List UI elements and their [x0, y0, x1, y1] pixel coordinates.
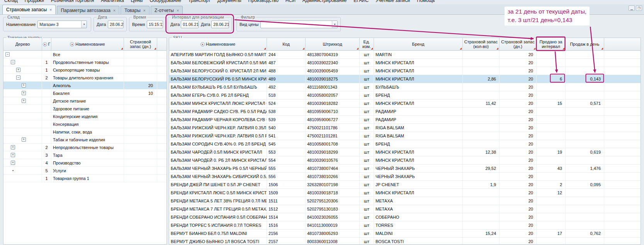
- sku-cell[interactable]: шт: [360, 148, 374, 156]
- tree-cell-expander[interactable]: +: [3, 66, 42, 74]
- tree-cell-number[interactable]: [42, 97, 51, 105]
- tree-cell-expander[interactable]: [3, 128, 42, 135]
- sku-cell[interactable]: 12: [537, 189, 566, 197]
- sku-cell[interactable]: 4810959006710: [306, 108, 360, 115]
- sku-cell[interactable]: 20: [500, 181, 537, 188]
- sku-cell[interactable]: шт: [360, 181, 374, 188]
- menu-item-2[interactable]: Розничная торговля: [48, 0, 97, 4]
- sku-cell[interactable]: [566, 189, 604, 197]
- tree-cell-days[interactable]: [124, 136, 157, 143]
- sku-row[interactable]: БАЛЬЗАМ БЕЛОВЕЖСКИЙ КРИСТАЛЛ 0.5Л МИНСК …: [169, 59, 641, 67]
- sku-cell[interactable]: шт: [360, 59, 374, 67]
- tree-cell-days[interactable]: [124, 105, 157, 112]
- tree-cell-days[interactable]: [124, 66, 157, 74]
- sku-cell[interactable]: 553: [267, 148, 306, 156]
- chevron-down-icon[interactable]: ▾: [81, 21, 87, 28]
- tree-cell-expander[interactable]: [3, 120, 42, 128]
- sku-cell[interactable]: 4810039010576: [306, 156, 360, 164]
- sku-cell[interactable]: 541: [267, 132, 306, 140]
- price-type-select[interactable]: ▾: [260, 21, 338, 28]
- sku-cell[interactable]: [463, 108, 500, 115]
- sku-cell[interactable]: шт: [360, 205, 374, 213]
- sku-cell[interactable]: 4810039018299: [306, 148, 360, 156]
- sku-cell[interactable]: [566, 156, 604, 164]
- sku-cell[interactable]: [566, 51, 604, 58]
- sku-cell[interactable]: [566, 197, 604, 205]
- tree-cell-name[interactable]: Непродовольственные товары: [51, 144, 124, 151]
- tree-cell-number[interactable]: 4: [42, 159, 51, 166]
- expand-icon[interactable]: +: [22, 137, 26, 142]
- sku-cell[interactable]: 4810058002057: [306, 91, 360, 99]
- tree-cell-name[interactable]: Алкоголь: [51, 82, 124, 89]
- sku-cell[interactable]: 19: [537, 148, 566, 156]
- restore-icon[interactable]: ❐: [636, 5, 642, 11]
- sku-cell[interactable]: БАЛЬЗАМ ЧАРОДЕЙ 0. РБ 2Л МИНСК КРИСТАЛЛ: [169, 156, 267, 164]
- sku-cell[interactable]: БАЛЬЗАМ ЧЕРНЫЙ ЗНАХАРЬ РБ 0.5Л ЧЕРНЫЙ ЗН…: [169, 164, 267, 172]
- sku-cell[interactable]: 538: [267, 108, 306, 115]
- sku-cell[interactable]: 0,143: [566, 75, 604, 83]
- sku-cell[interactable]: шт: [360, 75, 374, 83]
- sku-cell[interactable]: 20: [500, 205, 537, 213]
- column-header-tree[interactable]: Дерево: [3, 38, 42, 50]
- sku-cell[interactable]: [537, 83, 566, 91]
- tree-cell-name[interactable]: Продовольственные товары: [51, 58, 124, 66]
- sku-cell[interactable]: 2157: [267, 238, 306, 244]
- tree-row[interactable]: +1Скоропортящие товары: [3, 66, 167, 74]
- tree-row[interactable]: Консервация: [3, 120, 167, 128]
- sku-cell[interactable]: [463, 189, 500, 197]
- tree-cell-days[interactable]: 10: [124, 89, 157, 97]
- date-field[interactable]: 28.06.21 ▾: [108, 21, 124, 28]
- sku-cell[interactable]: [566, 116, 604, 123]
- tree-cell-number[interactable]: 3: [42, 151, 51, 159]
- sku-cell[interactable]: [537, 156, 566, 164]
- sku-cell[interactable]: [566, 140, 604, 148]
- menu-item-11[interactable]: ЕГАИС: [350, 0, 372, 4]
- sku-cell[interactable]: [463, 140, 500, 148]
- sku-row[interactable]: БРЕНДИ ДЖЕЙ ПИ ШЕНЕТ 0.5Л JP CHENET15063…: [169, 181, 641, 189]
- time-field[interactable]: 15:15:11 ▴ ▾: [147, 21, 163, 28]
- sku-row[interactable]: БРЕНДИ МЕТАКСА 7 ЛЕТ ГРЕЦИЯ 0.5Л МЕТАХА1…: [169, 205, 641, 213]
- sku-cell[interactable]: шт: [360, 91, 374, 99]
- sku-cell[interactable]: 8410023026055: [306, 213, 360, 221]
- column-header-name[interactable]: ▾ Наименование: [169, 38, 267, 50]
- sku-row[interactable]: БАЛЬЗАМ РИЖСКИЙ ЧЕРН.КЕР. ЛАТВИЯ 0.5Л RI…: [169, 132, 641, 140]
- sku-cell[interactable]: шт: [360, 156, 374, 164]
- sku-cell[interactable]: 1509: [267, 189, 306, 197]
- sku-cell[interactable]: МИНСК КРИСТАЛЛ: [374, 67, 463, 75]
- sku-cell[interactable]: 0,762: [566, 230, 604, 237]
- tree-cell-name[interactable]: Здоровое питание: [51, 105, 124, 112]
- sku-cell[interactable]: 0,619: [566, 148, 604, 156]
- sku-cell[interactable]: 4810738010266: [306, 173, 360, 180]
- store-select[interactable]: Магазин 3 ▾: [37, 21, 87, 28]
- sku-cell[interactable]: 489: [267, 75, 306, 83]
- sku-row[interactable]: БАЛЬЗАМ ЧАРОДЕЙ 0.5Л МИНСК КРИСТАЛЛ55348…: [169, 148, 641, 156]
- sku-cell[interactable]: 244: [267, 51, 306, 58]
- column-header-brand[interactable]: Бренд: [374, 38, 463, 50]
- sku-cell[interactable]: РАДАМИР: [374, 116, 463, 123]
- tree-cell-name[interactable]: Товарная группа 1: [51, 175, 124, 182]
- sku-cell[interactable]: шт: [360, 108, 374, 115]
- sku-cell[interactable]: шт: [360, 67, 374, 75]
- column-header-order[interactable]: ▾ Г: [42, 38, 51, 50]
- sku-cell[interactable]: [537, 132, 566, 140]
- sku-cell[interactable]: 554: [267, 156, 306, 164]
- tree-row[interactable]: +4Производство: [3, 159, 167, 167]
- sku-row[interactable]: АПЕРИТИВ МАРТИН ГОЛД БЬЯНКО 0.5Л MARTIN2…: [169, 51, 641, 59]
- tree-cell-name[interactable]: Все: [51, 51, 124, 58]
- sku-cell[interactable]: 4810738005293: [306, 230, 360, 237]
- sku-cell[interactable]: [463, 124, 500, 132]
- tree-row[interactable]: −Все: [3, 51, 167, 58]
- sku-cell[interactable]: 4813807004319: [306, 51, 360, 58]
- sku-cell[interactable]: шт: [360, 197, 374, 205]
- sku-cell[interactable]: БРЕНД: [374, 91, 463, 99]
- sku-cell[interactable]: БАЛЬЗАМ БУЛЬБАШЪ РБ 0.5Л БУЛЬБАШЪ: [169, 83, 267, 91]
- sku-cell[interactable]: 4810039018718: [306, 189, 360, 197]
- tree-cell-name[interactable]: Детское питание: [51, 97, 124, 105]
- sku-cell[interactable]: шт: [360, 238, 374, 244]
- sku-cell[interactable]: 3263280107198: [306, 181, 360, 188]
- sku-cell[interactable]: 6: [537, 75, 566, 83]
- tree-cell-name[interactable]: Товары длительного хранения: [51, 74, 124, 81]
- tree-row[interactable]: −1Продовольственные товары: [3, 58, 167, 66]
- sku-cell[interactable]: 4810039018275: [306, 75, 360, 83]
- tree-cell-expander[interactable]: [3, 105, 42, 112]
